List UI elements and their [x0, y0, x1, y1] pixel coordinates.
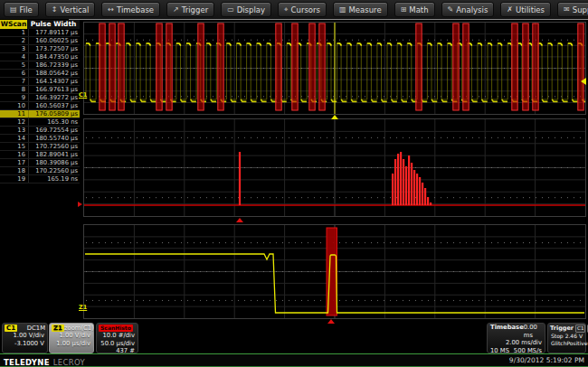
oscilloscope-screen: { "menu": { "items": [ {"id":"file","lab…: [0, 0, 588, 367]
menu-item-timebase[interactable]: ↔Timebase: [101, 2, 160, 17]
c1-channel-badge: C1: [5, 325, 17, 332]
pulse-width-value: 182.89041 µs: [29, 151, 80, 158]
table-row-2[interactable]: 2160.06025 µs: [0, 37, 80, 45]
wscan-tab[interactable]: WScan: [0, 20, 27, 29]
zoom-z1-panel[interactable]: [83, 224, 586, 319]
menu-item-trigger[interactable]: ↗Trigger: [166, 2, 214, 17]
z1-descriptor-box[interactable]: Z1 zoom(C1) 1.00 V/div 1.00 µs/div: [49, 323, 94, 353]
wavescan-anomaly-bar: [463, 24, 469, 110]
histogram-bar: [397, 154, 399, 205]
table-row-12[interactable]: 12165.30 ns: [0, 118, 80, 127]
histogram-bar: [408, 155, 410, 205]
histogram-bar: [405, 166, 407, 205]
datetime-display: 9/30/2012 5:19:02 PM: [509, 356, 584, 364]
histogram-baseline-marker: [78, 202, 82, 207]
pulse-width-value: 170.22560 µs: [29, 167, 80, 174]
menu-item-support[interactable]: ✉Support: [557, 2, 588, 17]
c1-descriptor-box[interactable]: C1 DC1M 1.00 V/div -3.1000 V: [2, 323, 48, 353]
scanhisto-ydiv: 10.0 #/div: [97, 332, 138, 340]
pulse-width-value: 166.39272 µs: [29, 94, 80, 101]
histogram-bar: [394, 159, 396, 205]
row-index: 4: [0, 53, 29, 61]
pulse-width-value: 165.30 ns: [29, 118, 80, 126]
histogram-bar: [413, 170, 415, 205]
table-row-13[interactable]: 13169.72554 µs: [0, 127, 80, 135]
trigger-icon: ↗: [173, 5, 179, 14]
wavescan-anomaly-bar: [156, 24, 162, 110]
wavescan-anomaly-bar: [416, 24, 422, 110]
table-row-6[interactable]: 6188.05642 µs: [0, 70, 80, 78]
table-row-1[interactable]: 1177.89117 µs: [0, 29, 80, 37]
table-row-19[interactable]: 19165.19 ns: [0, 175, 80, 184]
table-row-8[interactable]: 8166.97613 µs: [0, 86, 80, 94]
z1-trace-label[interactable]: Z1: [79, 305, 87, 311]
wavescan-anomaly-bar: [533, 24, 538, 110]
c1-vdiv: 1.00 V/div: [3, 332, 47, 340]
histogram-bar: [419, 177, 421, 205]
histogram-bar: [424, 188, 426, 205]
menu-item-math[interactable]: ⊞Math: [394, 2, 435, 17]
timebase-box[interactable]: Timebase 0.00 ms 2.00 ms/div 10 MS 500 M…: [487, 323, 545, 353]
trigger-box[interactable]: Trigger C1 DC Stop 2.46 V Glitch Positiv…: [547, 323, 586, 353]
menu-item-label: Vertical: [61, 5, 90, 14]
menu-item-label: File: [20, 5, 33, 14]
row-index: 6: [0, 70, 29, 77]
pulse-width-value: 173.72507 µs: [29, 45, 80, 52]
trigger-label: Trigger: [550, 325, 574, 333]
row-index: 2: [0, 37, 29, 44]
menu-item-measure[interactable]: ▥Measure: [333, 2, 388, 17]
cursors-icon: ⌖: [284, 5, 289, 14]
menu-item-file[interactable]: ▤File: [4, 2, 39, 17]
table-row-5[interactable]: 5186.72339 µs: [0, 61, 80, 70]
c1-coupling: DC1M: [27, 325, 45, 332]
menu-item-vertical[interactable]: ↕Vertical: [45, 2, 96, 17]
table-row-3[interactable]: 3173.72507 µs: [0, 45, 80, 53]
z1-waveform-svg: [84, 225, 585, 318]
wavescan-anomaly-bar: [198, 24, 204, 110]
row-index: 11: [0, 110, 29, 118]
menu-item-cursors[interactable]: ⌖Cursors: [278, 2, 327, 17]
z1-tdiv: 1.00 µs/div: [50, 340, 93, 348]
trigger-level-marker[interactable]: [581, 78, 586, 85]
menu-item-analysis[interactable]: ✎Analysis: [441, 2, 495, 17]
table-row-15[interactable]: 15170.72560 µs: [0, 143, 80, 151]
trigger-time-marker[interactable]: [331, 115, 338, 119]
timebase-icon: ↔: [108, 5, 114, 14]
row-index: 1: [0, 29, 29, 36]
row-index: 18: [0, 167, 29, 174]
utilities-icon: ✗: [507, 5, 513, 14]
pulse-width-value: 180.55740 µs: [29, 135, 80, 142]
pulse-width-value: 165.19 ns: [29, 175, 80, 183]
wavescan-anomaly-bar: [309, 24, 315, 110]
table-row-9[interactable]: 9166.39272 µs: [0, 94, 80, 102]
scanhisto-panel[interactable]: [83, 118, 586, 217]
file-icon: ▤: [10, 5, 17, 14]
table-row-17[interactable]: 17180.39086 µs: [0, 159, 80, 167]
row-index: 15: [0, 143, 29, 150]
wavescan-results-table: WScan Pulse Width 1177.89117 µs2160.0602…: [0, 20, 80, 184]
table-row-18[interactable]: 18170.22560 µs: [0, 167, 80, 175]
menu-item-utilities[interactable]: ✗Utilities: [500, 2, 551, 17]
table-row-4[interactable]: 4184.47350 µs: [0, 53, 80, 61]
wavescan-anomaly-bar: [292, 24, 298, 110]
table-row-10[interactable]: 10160.56037 µs: [0, 102, 80, 110]
wavescan-anomaly-bar: [578, 24, 583, 110]
pulse-width-value: 188.05642 µs: [29, 70, 80, 77]
main-grid-c1-panel[interactable]: [83, 22, 586, 115]
table-row-11[interactable]: 11176.05809 µs: [0, 110, 80, 118]
row-index: 5: [0, 61, 29, 69]
row-index: 7: [0, 78, 29, 85]
pulse-width-value: 176.05809 µs: [29, 110, 80, 118]
c1-trace-label[interactable]: C1: [79, 92, 87, 99]
wavescan-anomaly-bar: [109, 24, 115, 110]
row-index: 19: [0, 175, 29, 183]
glitch-event-marker: [327, 319, 335, 324]
table-row-14[interactable]: 14180.55740 µs: [0, 135, 80, 143]
scanhisto-descriptor-box[interactable]: ScanHisto 10.0 #/div 50.0 µs/div 437 #: [96, 323, 138, 353]
table-row-7[interactable]: 7164.14307 µs: [0, 78, 80, 86]
wavescan-anomaly-bar: [453, 24, 459, 110]
histogram-bar: [416, 174, 418, 205]
table-row-16[interactable]: 16182.89041 µs: [0, 151, 80, 159]
menu-item-label: Timebase: [117, 5, 154, 14]
menu-item-display[interactable]: ▭Display: [221, 2, 271, 17]
